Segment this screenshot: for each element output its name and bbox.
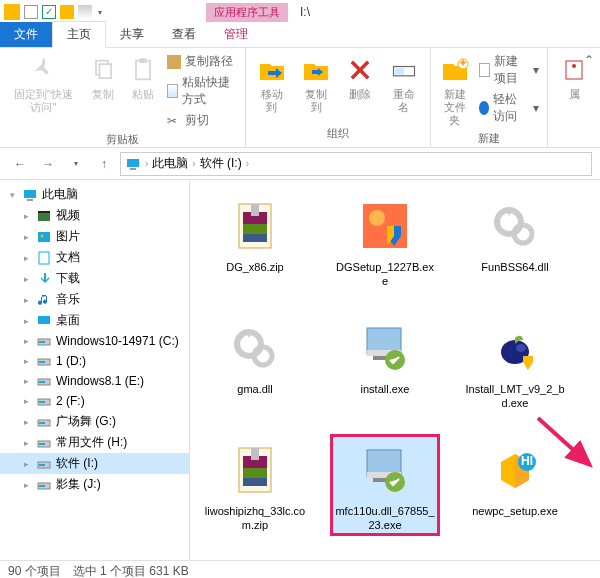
file-item[interactable]: liwoshipizhq_33lc.com.zip (200, 434, 310, 536)
svg-rect-5 (394, 68, 403, 75)
expand-icon[interactable]: ▸ (20, 211, 32, 221)
file-item[interactable]: install.exe (330, 312, 440, 414)
file-icon (353, 194, 417, 258)
expand-icon[interactable]: ▸ (20, 295, 32, 305)
drive-icon (36, 373, 52, 389)
up-button[interactable]: ↑ (92, 152, 116, 176)
pin-button[interactable]: 固定到"快速访问" (6, 52, 81, 116)
breadcrumb-drive[interactable]: 软件 (I:) (200, 155, 242, 172)
tree-node[interactable]: ▸视频 (0, 205, 189, 226)
nav-tree[interactable]: ▾此电脑▸视频▸图片▸文档▸下载▸音乐▸桌面▸Windows10-14971 (… (0, 180, 190, 560)
group-organize-label: 组织 (327, 124, 349, 143)
tab-view[interactable]: 查看 (158, 22, 210, 47)
paste-shortcut-button[interactable]: 粘贴快捷方式 (165, 73, 239, 109)
expand-icon[interactable]: ▸ (20, 459, 32, 469)
breadcrumb[interactable]: › 此电脑 › 软件 (I:) › (120, 152, 592, 176)
svg-rect-23 (39, 361, 45, 363)
tree-label: 常用文件 (H:) (56, 434, 127, 451)
tree-node[interactable]: ▸1 (D:) (0, 351, 189, 371)
drive-icon (36, 435, 52, 451)
svg-rect-41 (251, 204, 259, 216)
file-item[interactable]: Install_LMT_v9_2_bd.exe (460, 312, 570, 414)
breadcrumb-pc[interactable]: 此电脑 (152, 155, 188, 172)
expand-icon[interactable]: ▸ (20, 274, 32, 284)
ribbon-collapse-icon[interactable]: ⌃ (582, 30, 596, 90)
tree-node[interactable]: ▸软件 (I:) (0, 453, 189, 474)
expand-icon[interactable]: ▸ (20, 336, 32, 346)
expand-icon[interactable]: ▸ (20, 438, 32, 448)
move-to-button[interactable]: 移动到 (252, 52, 292, 116)
tab-home[interactable]: 主页 (52, 21, 106, 48)
tree-label: 1 (D:) (56, 354, 86, 368)
tab-file[interactable]: 文件 (0, 22, 52, 47)
expand-icon[interactable]: ▸ (20, 232, 32, 242)
file-item[interactable]: HInewpc_setup.exe (460, 434, 570, 536)
new-item-button[interactable]: 新建项目 ▾ (477, 52, 541, 88)
file-name: newpc_setup.exe (472, 504, 558, 518)
svg-rect-35 (39, 485, 45, 487)
history-dropdown-icon[interactable]: ▾ (64, 152, 88, 176)
shortcut-icon (167, 84, 178, 98)
file-item[interactable]: FunBSS64.dll (460, 190, 570, 292)
chevron-right-icon[interactable]: › (192, 158, 195, 169)
tree-node[interactable]: ▸广场舞 (G:) (0, 411, 189, 432)
tree-node[interactable]: ▸图片 (0, 226, 189, 247)
copy-to-button[interactable]: 复制到 (296, 52, 336, 116)
expand-icon[interactable]: ▸ (20, 253, 32, 263)
svg-rect-3 (139, 58, 146, 63)
tree-node[interactable]: ▸影集 (J:) (0, 474, 189, 495)
expand-icon[interactable]: ▸ (20, 480, 32, 490)
tree-node[interactable]: ▸Windows10-14971 (C:) (0, 331, 189, 351)
back-button[interactable]: ← (8, 152, 32, 176)
qat-properties-icon[interactable] (24, 5, 38, 19)
tree-node[interactable]: ▸Windows8.1 (E:) (0, 371, 189, 391)
paste-button[interactable]: 粘贴 (125, 52, 161, 103)
qat-folder-icon[interactable] (60, 5, 74, 19)
tree-node[interactable]: ▸音乐 (0, 289, 189, 310)
expand-icon[interactable]: ▸ (20, 396, 32, 406)
copy-button[interactable]: 复制 (85, 52, 121, 103)
file-icon (223, 194, 287, 258)
tree-node[interactable]: ▾此电脑 (0, 184, 189, 205)
chevron-right-icon[interactable]: › (246, 158, 249, 169)
qat-check-icon[interactable]: ✓ (42, 5, 56, 19)
qat-print-icon[interactable] (78, 5, 92, 19)
file-item[interactable]: DGSetup_1227B.exe (330, 190, 440, 292)
chevron-right-icon[interactable]: › (145, 158, 148, 169)
new-folder-button[interactable]: ✦ 新建 文件夹 (437, 52, 473, 129)
pin-icon (27, 54, 59, 86)
delete-button[interactable]: 删除 (340, 52, 379, 103)
tree-node[interactable]: ▸常用文件 (H:) (0, 432, 189, 453)
drive-icon (36, 414, 52, 430)
expand-icon[interactable]: ▸ (20, 356, 32, 366)
cut-button[interactable]: ✂剪切 (165, 111, 239, 130)
tree-node[interactable]: ▸下载 (0, 268, 189, 289)
file-item[interactable]: gma.dll (200, 312, 310, 414)
tab-manage[interactable]: 管理 (210, 22, 262, 47)
rename-button[interactable]: 重命名 (383, 52, 423, 116)
tree-node[interactable]: ▸2 (F:) (0, 391, 189, 411)
forward-button[interactable]: → (36, 152, 60, 176)
tree-label: 文档 (56, 249, 80, 266)
file-grid[interactable]: DG_x86.zipDGSetup_1227B.exeFunBSS64.dllg… (190, 180, 600, 560)
file-icon (353, 438, 417, 502)
file-item[interactable]: mfc110u.dll_67855_23.exe (330, 434, 440, 536)
tree-node[interactable]: ▸桌面 (0, 310, 189, 331)
copy-to-icon (300, 54, 332, 86)
expand-icon[interactable]: ▸ (20, 376, 32, 386)
tab-share[interactable]: 共享 (106, 22, 158, 47)
group-new-label: 新建 (478, 129, 500, 148)
file-item[interactable]: DG_x86.zip (200, 190, 310, 292)
copy-path-button[interactable]: 复制路径 (165, 52, 239, 71)
expand-icon[interactable]: ▸ (20, 316, 32, 326)
file-name: DGSetup_1227B.exe (334, 260, 436, 288)
tree-node[interactable]: ▸文档 (0, 247, 189, 268)
easy-access-button[interactable]: 轻松访问 ▾ (477, 90, 541, 126)
svg-rect-40 (243, 234, 267, 242)
qat-dropdown-icon[interactable]: ▾ (98, 8, 102, 17)
svg-rect-39 (243, 224, 267, 234)
window-title: I:\ (300, 5, 310, 19)
expand-icon[interactable]: ▾ (6, 190, 18, 200)
expand-icon[interactable]: ▸ (20, 417, 32, 427)
group-clipboard-label: 剪贴板 (106, 130, 139, 149)
